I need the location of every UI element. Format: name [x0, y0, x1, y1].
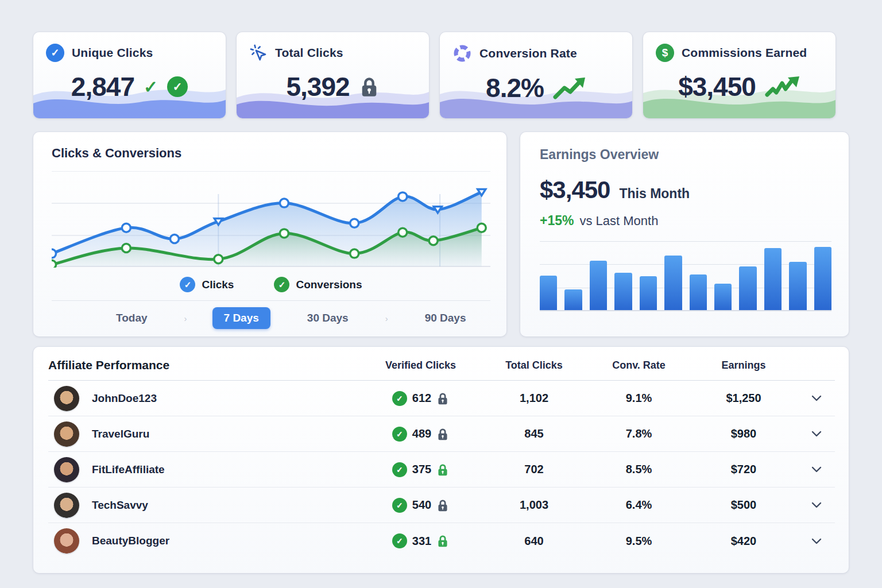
stat-label: Unique Clicks	[72, 46, 153, 60]
conv-rate-value: 6.4%	[589, 498, 689, 512]
legend-item-conversions[interactable]: ✓ Conversions	[274, 277, 362, 292]
affiliate-name: TravelGuru	[92, 428, 149, 440]
chevron-down-icon[interactable]	[811, 431, 822, 437]
chart-title: Clicks & Conversions	[52, 146, 490, 161]
legend-item-clicks[interactable]: ✓ Clicks	[180, 277, 234, 292]
stat-card-total-clicks: Total Clicks 5,392	[237, 32, 429, 118]
table-title: Affiliate Performance	[48, 358, 362, 372]
time-range-tabs: Today › 7 Days 30 Days › 90 Days	[52, 300, 490, 329]
avatar	[54, 386, 79, 411]
verified-clicks-value: 489	[412, 427, 431, 440]
earnings-bar	[739, 266, 756, 310]
earnings-bar	[789, 262, 806, 310]
stat-label: Conversion Rate	[479, 47, 577, 60]
table-header: Affiliate Performance Verified Clicks To…	[48, 358, 835, 381]
trend-zigzag-icon	[765, 74, 800, 99]
stat-label: Commissions Earned	[682, 46, 807, 60]
earnings-bar	[540, 276, 557, 310]
cursor-click-icon	[249, 44, 268, 62]
chevron-down-icon[interactable]	[811, 466, 822, 473]
clicks-conversions-card: Clicks & Conversions	[33, 132, 506, 336]
earnings-amount: $3,450	[540, 176, 610, 204]
earnings-bar	[590, 261, 607, 310]
earnings-title: Earnings Overview	[540, 147, 831, 163]
lock-icon	[436, 391, 449, 406]
chevron-right-icon: ›	[184, 314, 187, 323]
chart-legend: ✓ Clicks ✓ Conversions	[52, 277, 490, 292]
table-row[interactable]: BeautyBlogger ✓ 331 640 9.5% $420	[48, 523, 835, 559]
earnings-bar	[690, 274, 707, 310]
legend-label: Clicks	[202, 278, 234, 291]
chevron-down-icon[interactable]	[811, 395, 822, 401]
stat-value: 5,392	[286, 71, 349, 102]
earnings-value: $980	[689, 427, 798, 440]
earnings-value: $420	[689, 535, 798, 548]
earnings-bar	[714, 284, 732, 310]
clicks-conversions-chart	[52, 171, 490, 268]
column-header-earnings: Earnings	[689, 359, 798, 372]
lock-icon	[436, 498, 449, 513]
earnings-bar	[614, 273, 632, 310]
earnings-value: $720	[689, 463, 798, 476]
conversions-check-icon: ✓	[274, 277, 289, 292]
chevron-down-icon[interactable]	[811, 502, 822, 508]
table-row[interactable]: JohnDoe123 ✓ 612 1,102 9.1% $1,250	[48, 381, 835, 416]
stat-card-unique-clicks: ✓ Unique Clicks 2,847 ✓ ✓	[33, 32, 226, 118]
verified-clicks-value: 375	[412, 463, 431, 476]
stat-value: $3,450	[678, 71, 756, 102]
tab-today[interactable]: Today	[105, 307, 159, 329]
chevron-right-icon: ›	[385, 314, 388, 323]
tab-30-days[interactable]: 30 Days	[296, 307, 360, 329]
table-row[interactable]: TechSavvy ✓ 540 1,003 6.4% $500	[48, 488, 835, 523]
conv-rate-value: 9.5%	[589, 535, 689, 548]
earnings-bar	[564, 289, 582, 310]
affiliate-name: TechSavvy	[92, 499, 148, 512]
earnings-value: $1,250	[689, 392, 798, 405]
total-clicks-value: 845	[479, 427, 589, 440]
lock-icon	[359, 76, 380, 98]
table-row[interactable]: TravelGuru ✓ 489 845 7.8% $980	[48, 416, 835, 452]
segmented-donut-icon	[452, 44, 472, 63]
verified-check-icon: ✓	[392, 498, 407, 513]
verified-check-icon: ✓	[392, 533, 407, 548]
total-clicks-value: 702	[479, 463, 589, 476]
tab-7-days[interactable]: 7 Days	[212, 307, 270, 329]
earnings-delta-label: vs Last Month	[579, 214, 658, 229]
earnings-bar	[664, 256, 682, 310]
avatar	[54, 493, 79, 518]
dollar-circle-icon: $	[656, 44, 674, 62]
chevron-down-icon[interactable]	[811, 538, 822, 544]
earnings-period: This Month	[619, 186, 690, 202]
column-header-total-clicks: Total Clicks	[479, 359, 589, 372]
conv-rate-value: 9.1%	[589, 392, 689, 405]
check-icon: ✓	[144, 77, 158, 97]
avatar	[54, 528, 79, 554]
affiliate-name: JohnDoe123	[92, 392, 157, 405]
verified-clicks-value: 612	[412, 392, 431, 405]
earnings-bar-chart	[540, 241, 831, 311]
earnings-bar	[640, 276, 657, 310]
avatar	[54, 421, 79, 447]
verified-circle-icon: ✓	[167, 76, 188, 97]
total-clicks-value: 1,102	[479, 392, 589, 405]
trend-up-icon	[553, 75, 586, 100]
stat-card-commissions-earned: $ Commissions Earned $3,450	[643, 32, 835, 118]
legend-label: Conversions	[296, 278, 362, 291]
affiliate-name: FitLifeAffiliate	[92, 463, 165, 476]
table-row[interactable]: FitLifeAffiliate ✓ 375 702 8.5% $720	[48, 452, 835, 488]
check-badge-icon: ✓	[46, 44, 64, 62]
verified-check-icon: ✓	[392, 462, 407, 477]
conv-rate-value: 7.8%	[589, 427, 689, 440]
clicks-check-icon: ✓	[180, 277, 195, 292]
conv-rate-value: 8.5%	[589, 463, 689, 476]
tab-90-days[interactable]: 90 Days	[413, 307, 478, 329]
stat-value: 8.2%	[486, 72, 544, 103]
lock-icon	[436, 462, 449, 477]
stat-value: 2,847	[71, 71, 134, 102]
total-clicks-value: 1,003	[479, 498, 589, 512]
lock-icon	[436, 427, 449, 442]
affiliate-name: BeautyBlogger	[92, 535, 169, 547]
verified-clicks-value: 331	[412, 535, 431, 548]
column-header-verified-clicks: Verified Clicks	[362, 359, 479, 372]
earnings-bar	[764, 248, 782, 310]
